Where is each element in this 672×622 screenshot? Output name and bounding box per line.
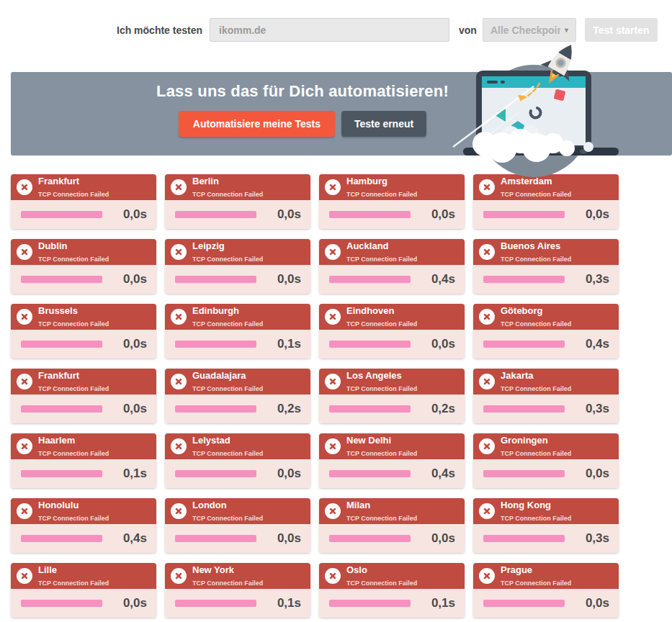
response-time-bar	[21, 211, 102, 218]
checkpoint-card[interactable]: Lille TCP Connection Failed 0,0s	[11, 563, 156, 618]
checkpoint-card[interactable]: Edinburgh TCP Connection Failed 0,1s	[165, 304, 310, 359]
automate-tests-button[interactable]: Automatisiere meine Tests	[179, 111, 335, 137]
error-x-icon	[479, 309, 495, 325]
response-time-bar	[329, 341, 411, 348]
checkpoint-city: London	[192, 500, 227, 510]
checkpoint-card[interactable]: Buenos Aires TCP Connection Failed 0,3s	[473, 239, 619, 294]
checkpoint-card[interactable]: Lelystad TCP Connection Failed 0,0s	[165, 433, 310, 488]
checkpoint-card[interactable]: Guadalajara TCP Connection Failed 0,2s	[165, 369, 310, 423]
checkpoint-status: TCP Connection Failed	[38, 450, 109, 457]
checkpoint-card[interactable]: Groningen TCP Connection Failed 0,0s	[473, 433, 619, 488]
checkpoint-city: Hamburg	[346, 176, 387, 186]
checkpoint-card[interactable]: Hong Kong TCP Connection Failed 0,3s	[473, 498, 619, 553]
response-time-value: 0,0s	[277, 531, 301, 546]
response-time-value: 0,0s	[431, 207, 455, 222]
response-time-value: 0,0s	[586, 207, 609, 222]
response-time-bar	[175, 405, 256, 413]
checkpoint-select[interactable]: Alle Checkpoints ▼	[483, 18, 576, 42]
checkpoint-card[interactable]: Göteborg TCP Connection Failed 0,4s	[473, 304, 619, 359]
error-x-icon	[171, 244, 187, 260]
checkpoint-card[interactable]: Milan TCP Connection Failed 0,0s	[319, 498, 465, 553]
checkpoint-status: TCP Connection Failed	[38, 385, 109, 392]
checkpoint-card-header: Berlin TCP Connection Failed	[165, 174, 310, 200]
checkpoint-city: Guadalajara	[192, 370, 246, 381]
checkpoint-results-grid: Frankfurt TCP Connection Failed 0,0s Ber…	[11, 174, 672, 618]
error-x-icon	[171, 503, 187, 519]
checkpoint-city: Milan	[346, 500, 370, 510]
error-x-icon	[171, 179, 187, 195]
checkpoint-card-header: Eindhoven TCP Connection Failed	[319, 304, 465, 330]
checkpoint-card[interactable]: Jakarta TCP Connection Failed 0,3s	[473, 369, 619, 423]
checkpoint-city: Oslo	[346, 564, 367, 575]
checkpoint-city: Leipzig	[192, 240, 225, 251]
response-time-value: 0,0s	[431, 337, 455, 351]
checkpoint-card-body: 0,0s	[11, 589, 156, 618]
error-x-icon	[17, 568, 32, 584]
checkpoint-status: TCP Connection Failed	[38, 191, 109, 198]
checkpoint-card-header: Los Angeles TCP Connection Failed	[319, 369, 465, 395]
retest-button[interactable]: Teste erneut	[341, 111, 426, 137]
response-time-value: 0,0s	[277, 466, 301, 481]
checkpoint-card-body: 0,0s	[319, 200, 465, 229]
laptop-base	[463, 148, 619, 156]
checkpoint-card[interactable]: Frankfurt TCP Connection Failed 0,0s	[11, 174, 156, 229]
response-time-bar	[483, 276, 565, 283]
checkpoint-card-header: Groningen TCP Connection Failed	[473, 433, 619, 459]
checkpoint-card[interactable]: London TCP Connection Failed 0,0s	[165, 498, 310, 553]
rocket-icon	[534, 37, 586, 92]
checkpoint-card[interactable]: New York TCP Connection Failed 0,1s	[165, 563, 310, 618]
checkpoint-card-header: Guadalajara TCP Connection Failed	[165, 369, 310, 395]
checkpoint-card[interactable]: Leipzig TCP Connection Failed 0,0s	[165, 239, 310, 294]
error-x-icon	[325, 438, 341, 454]
laptop-rocket-illustration	[426, 49, 642, 156]
checkpoint-card[interactable]: New Delhi TCP Connection Failed 0,4s	[319, 433, 465, 488]
response-time-bar	[21, 470, 102, 477]
domain-input[interactable]	[210, 18, 449, 42]
checkpoint-card-header: Hong Kong TCP Connection Failed	[473, 498, 619, 524]
response-time-value: 0,0s	[277, 272, 301, 287]
error-x-icon	[17, 309, 32, 325]
checkpoint-city: Honolulu	[38, 500, 79, 510]
response-time-bar	[21, 535, 102, 542]
checkpoint-card[interactable]: Amsterdam TCP Connection Failed 0,0s	[473, 174, 619, 229]
response-time-value: 0,0s	[123, 402, 147, 416]
response-time-bar	[21, 600, 102, 607]
error-x-icon	[479, 179, 495, 195]
checkpoint-status: TCP Connection Failed	[192, 385, 263, 392]
checkpoint-card[interactable]: Eindhoven TCP Connection Failed 0,0s	[319, 304, 465, 359]
checkpoint-card-body: 0,0s	[11, 200, 156, 229]
checkpoint-card-header: Dublin TCP Connection Failed	[11, 239, 156, 265]
response-time-bar	[175, 600, 256, 607]
checkpoint-card[interactable]: Haarlem TCP Connection Failed 0,1s	[11, 433, 156, 488]
checkpoint-card-body: 0,0s	[165, 524, 310, 553]
checkpoint-card-body: 0,3s	[473, 265, 619, 294]
response-time-value: 0,2s	[277, 402, 301, 416]
checkpoint-city: Haarlem	[38, 435, 75, 446]
checkpoint-card[interactable]: Prague TCP Connection Failed 0,0s	[473, 563, 619, 618]
error-x-icon	[171, 568, 187, 584]
response-time-bar	[175, 341, 256, 348]
error-x-icon	[171, 438, 187, 454]
checkpoint-city: New Delhi	[346, 435, 391, 446]
checkpoint-card[interactable]: Oslo TCP Connection Failed 0,1s	[319, 563, 465, 618]
checkpoint-city: Buenos Aires	[501, 240, 560, 251]
checkpoint-status: TCP Connection Failed	[346, 191, 417, 198]
checkpoint-city: Frankfurt	[38, 176, 79, 186]
response-time-bar	[329, 276, 411, 283]
checkpoint-card[interactable]: Brussels TCP Connection Failed 0,0s	[11, 304, 156, 359]
checkpoint-card[interactable]: Auckland TCP Connection Failed 0,4s	[319, 239, 465, 294]
checkpoint-status: TCP Connection Failed	[501, 450, 571, 457]
start-test-button[interactable]: Test starten	[585, 18, 658, 42]
checkpoint-city: Jakarta	[501, 370, 534, 381]
checkpoint-card[interactable]: Hamburg TCP Connection Failed 0,0s	[319, 174, 465, 229]
checkpoint-city: Hong Kong	[501, 500, 551, 510]
response-time-value: 0,4s	[123, 531, 147, 546]
error-x-icon	[17, 179, 32, 195]
checkpoint-card[interactable]: Frankfurt TCP Connection Failed 0,0s	[11, 369, 156, 423]
checkpoint-card[interactable]: Dublin TCP Connection Failed 0,0s	[11, 239, 156, 294]
response-time-bar	[21, 405, 102, 413]
checkpoint-card[interactable]: Berlin TCP Connection Failed 0,0s	[165, 174, 310, 229]
checkpoint-card[interactable]: Honolulu TCP Connection Failed 0,4s	[11, 498, 156, 553]
response-time-value: 0,3s	[586, 531, 609, 546]
checkpoint-card[interactable]: Los Angeles TCP Connection Failed 0,2s	[319, 369, 465, 423]
